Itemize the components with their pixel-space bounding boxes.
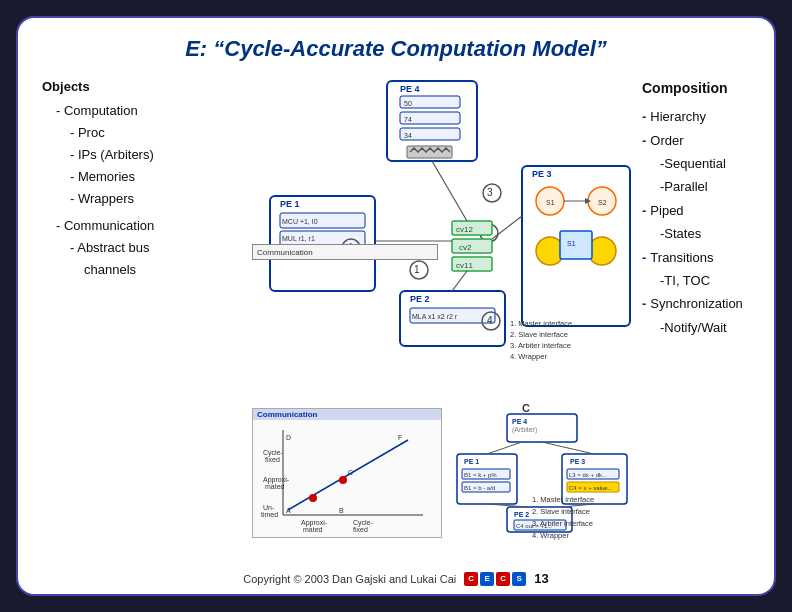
svg-text:D: D xyxy=(286,434,291,441)
proc-item: - Proc xyxy=(42,122,242,144)
copyright-text: Copyright © 2003 Dan Gajski and Lukai Ca… xyxy=(243,573,456,585)
center-column: PE 4 50 74 34 4 PE 1 xyxy=(252,76,632,570)
svg-text:C: C xyxy=(348,469,353,476)
main-diagram: PE 4 50 74 34 4 PE 1 xyxy=(252,76,632,386)
svg-text:L3 = dx + dk...: L3 = dx + dk... xyxy=(569,472,607,478)
svg-text:cv2: cv2 xyxy=(459,243,472,252)
communication-item: - Communication xyxy=(42,215,242,237)
svg-rect-27 xyxy=(452,239,492,253)
wrappers-item: - Wrappers xyxy=(42,188,242,210)
svg-text:MLA  x1 x2 r2 r: MLA x1 x2 r2 r xyxy=(412,313,458,320)
channels-item: channels xyxy=(42,259,242,281)
svg-point-69 xyxy=(309,494,317,502)
svg-text:2. Slave interface: 2. Slave interface xyxy=(510,330,568,339)
svg-text:timed: timed xyxy=(261,511,278,518)
svg-text:F: F xyxy=(398,434,402,441)
svg-text:PE 1: PE 1 xyxy=(280,199,300,209)
svg-text:PE 3: PE 3 xyxy=(532,169,552,179)
abstract-bus-item: - Abstract bus xyxy=(42,237,242,259)
svg-text:S1: S1 xyxy=(546,199,555,206)
svg-text:1. Master interface: 1. Master interface xyxy=(510,319,572,328)
order-label: Order xyxy=(650,129,683,152)
cecs-s: S xyxy=(512,572,526,586)
memories-item: - Memories xyxy=(42,166,242,188)
svg-text:50: 50 xyxy=(404,100,412,107)
synchronization-item: - Synchronization xyxy=(642,292,776,315)
footnote-2: 2. Slave interface xyxy=(532,506,632,518)
cecs-c2: C xyxy=(496,572,510,586)
svg-text:B1 = k + p%: B1 = k + p% xyxy=(464,472,497,478)
states-item: -States xyxy=(642,222,776,245)
transitions-label: Transitions xyxy=(650,246,713,269)
cecs-logo: C E C S xyxy=(464,572,526,586)
synchronization-label: Synchronization xyxy=(650,292,743,315)
svg-text:cv11: cv11 xyxy=(456,261,473,270)
svg-rect-43 xyxy=(560,231,592,259)
svg-text:mated: mated xyxy=(303,526,323,532)
svg-text:fixed: fixed xyxy=(353,526,368,532)
c-label: C xyxy=(522,402,530,414)
svg-text:S1: S1 xyxy=(567,240,576,247)
content-area: Objects - Computation - Proc - IPs (Arbi… xyxy=(42,76,750,570)
small-diagram: Communication Cycle- fixed Approxi- mate… xyxy=(252,408,442,538)
svg-text:PE 4: PE 4 xyxy=(400,84,420,94)
right-column: Composition - Hierarchy - Order -Sequent… xyxy=(642,76,776,570)
composition-title: Composition xyxy=(642,76,776,101)
objects-label: Objects xyxy=(42,76,242,98)
piped-label: Piped xyxy=(650,199,683,222)
footnote-list: 1. Master interface 2. Slave interface 3… xyxy=(532,494,632,542)
piped-item: - Piped xyxy=(642,199,776,222)
dash: - xyxy=(56,103,64,118)
svg-line-96 xyxy=(542,442,594,454)
computation-label: Computation xyxy=(64,103,138,118)
svg-line-48 xyxy=(432,161,467,221)
svg-text:PE 4: PE 4 xyxy=(512,418,527,425)
svg-text:PE 2: PE 2 xyxy=(514,511,529,518)
computation-item: - Computation xyxy=(42,100,242,122)
communication-box: Communication xyxy=(252,244,438,260)
svg-text:mated: mated xyxy=(265,483,285,490)
svg-text:74: 74 xyxy=(404,116,412,123)
small-diagram-label: Communication xyxy=(253,409,441,420)
ti-toc-item: -TI, TOC xyxy=(642,269,776,292)
svg-text:PE 3: PE 3 xyxy=(570,458,585,465)
svg-text:3. Arbiter interface: 3. Arbiter interface xyxy=(510,341,571,350)
svg-text:C4 = x + value...: C4 = x + value... xyxy=(569,485,613,491)
svg-text:B: B xyxy=(339,507,344,514)
order-item: - Order xyxy=(642,129,776,152)
slide: E: “Cycle-Accurate Computation Model” Ob… xyxy=(16,16,776,596)
svg-line-95 xyxy=(487,442,522,454)
svg-point-70 xyxy=(339,476,347,484)
communication-label: Communication xyxy=(64,218,154,233)
svg-text:MUL  r1, r1: MUL r1, r1 xyxy=(282,235,315,242)
hierarchy-item: - Hierarchy xyxy=(642,105,776,128)
svg-text:4: 4 xyxy=(487,315,493,326)
parallel-item: -Parallel xyxy=(642,175,776,198)
footnote-4: 4. Wrapper xyxy=(532,530,632,542)
svg-text:S2: S2 xyxy=(598,199,607,206)
svg-text:(Arbiter): (Arbiter) xyxy=(512,426,537,434)
transitions-item: - Transitions xyxy=(642,246,776,269)
svg-text:1: 1 xyxy=(414,264,420,275)
svg-text:4. Wrapper: 4. Wrapper xyxy=(510,352,547,361)
ips-item: - IPs (Arbiters) xyxy=(42,144,242,166)
svg-text:B1 = b - a/d: B1 = b - a/d xyxy=(464,485,495,491)
slide-title: E: “Cycle-Accurate Computation Model” xyxy=(42,36,750,62)
footnote-3: 3. Arbiter interface xyxy=(532,518,632,530)
comm-label: Communication xyxy=(257,248,313,257)
cecs-e: E xyxy=(480,572,494,586)
svg-line-51 xyxy=(452,271,467,291)
svg-text:MCU  +1, I0: MCU +1, I0 xyxy=(282,218,318,225)
diagram-svg: PE 4 50 74 34 4 PE 1 xyxy=(252,76,632,386)
notify-wait-item: -Notify/Wait xyxy=(642,316,776,339)
svg-text:fixed: fixed xyxy=(265,456,280,463)
sequential-item: -Sequential xyxy=(642,152,776,175)
page-number: 13 xyxy=(534,571,548,586)
svg-text:34: 34 xyxy=(404,132,412,139)
svg-text:cv12: cv12 xyxy=(456,225,473,234)
svg-text:Un-: Un- xyxy=(263,504,275,511)
svg-text:A: A xyxy=(286,507,291,514)
footnote-1: 1. Master interface xyxy=(532,494,632,506)
bottom-bar: Copyright © 2003 Dan Gajski and Lukai Ca… xyxy=(18,571,774,586)
svg-text:PE 2: PE 2 xyxy=(410,294,430,304)
